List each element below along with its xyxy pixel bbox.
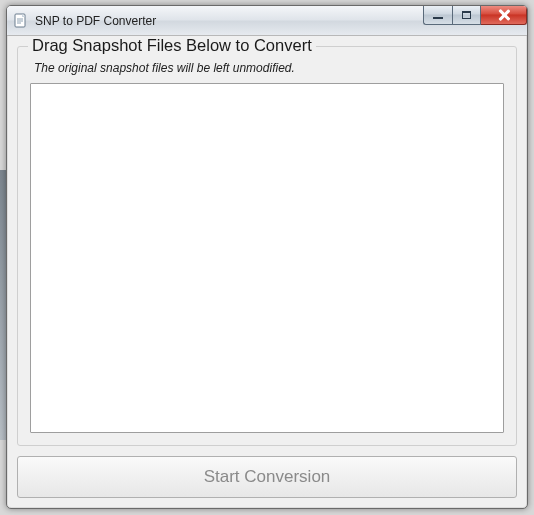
drop-group: Drag Snapshot Files Below to Convert The…	[17, 46, 517, 446]
window-title: SNP to PDF Converter	[35, 14, 156, 28]
group-heading: Drag Snapshot Files Below to Convert	[28, 36, 316, 55]
maximize-icon	[462, 11, 471, 19]
start-conversion-button[interactable]: Start Conversion	[17, 456, 517, 498]
window-controls	[423, 5, 527, 25]
app-icon	[13, 13, 29, 29]
minimize-button[interactable]	[423, 5, 452, 25]
minimize-icon	[433, 17, 443, 19]
maximize-button[interactable]	[452, 5, 481, 25]
client-area: Drag Snapshot Files Below to Convert The…	[7, 36, 527, 508]
close-button[interactable]	[481, 5, 527, 25]
close-icon	[498, 9, 510, 21]
group-subtext: The original snapshot files will be left…	[34, 61, 504, 75]
app-window: SNP to PDF Converter Drag Snapshot Files…	[6, 5, 528, 509]
start-conversion-label: Start Conversion	[204, 467, 331, 487]
file-drop-area[interactable]	[30, 83, 504, 433]
titlebar[interactable]: SNP to PDF Converter	[7, 6, 527, 36]
